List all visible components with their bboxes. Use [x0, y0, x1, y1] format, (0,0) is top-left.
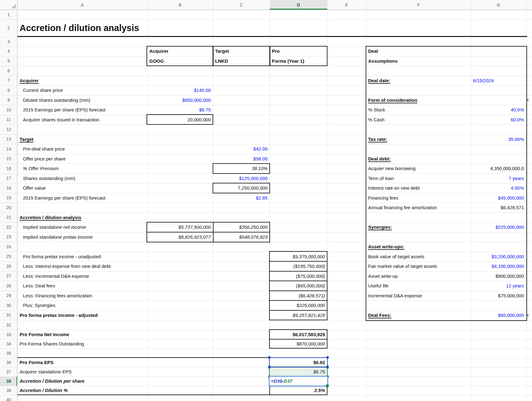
cell-c17[interactable]: $125,000,000 — [213, 173, 270, 183]
cell-b23[interactable]: $8,826,923,077 — [147, 232, 213, 242]
cell-f29[interactable]: Incremental D&A expense — [366, 291, 471, 301]
cell-c14[interactable]: $42.00 — [213, 144, 270, 154]
row-header-7[interactable]: 7 — [0, 76, 17, 86]
row-header-17[interactable]: 17 — [0, 173, 17, 183]
cell-a31[interactable]: Pro forma pretax income - adjusted — [17, 310, 147, 320]
cell-c23[interactable]: $548,076,923 — [213, 232, 270, 242]
row-header-30[interactable]: 30 — [0, 300, 17, 310]
cell-b8[interactable]: $145.00 — [147, 85, 213, 95]
cell-g22[interactable]: $225,000,000 — [471, 222, 526, 232]
column-header-f[interactable]: F — [366, 0, 471, 10]
cell-f28[interactable]: Useful life — [366, 281, 471, 291]
row-header-33[interactable]: 33 — [0, 330, 17, 339]
cell-b9[interactable]: $850,000,000 — [147, 95, 213, 105]
cell-g20[interactable]: $6,428,571 — [471, 203, 526, 213]
cell-g26[interactable]: $4,100,000,000 — [471, 261, 526, 271]
cell-a14[interactable]: Pre-deal share price — [17, 144, 147, 154]
cell-a10[interactable]: 2015 Earnings per share (EPS) forecast — [17, 105, 147, 115]
row-header-37[interactable]: 37 — [0, 367, 17, 376]
cell-d5[interactable]: Forma (Year 1) — [270, 56, 327, 66]
cell-a11[interactable]: Acquirer shares issued in transaction — [17, 115, 147, 125]
cell-d28[interactable]: ($65,000,000) — [270, 281, 327, 291]
cell-g31[interactable]: $65,000,000 — [471, 310, 526, 320]
column-header-h[interactable] — [526, 0, 532, 10]
row-header-36[interactable]: 36 — [0, 358, 17, 367]
cell-f4[interactable]: Deal — [366, 46, 471, 56]
row-header-34[interactable]: 34 — [0, 339, 17, 349]
row-header-24[interactable]: 24 — [0, 242, 17, 252]
row-header-16[interactable]: 16 — [0, 164, 17, 173]
cell-f31[interactable]: Deal Fees: — [366, 310, 471, 320]
cell-a30[interactable]: Plus: Synergies — [17, 300, 147, 310]
cell-f10[interactable]: % Stock — [366, 105, 471, 115]
row-header-26[interactable]: 26 — [0, 261, 17, 271]
column-header-d[interactable]: D — [270, 0, 327, 10]
row-header-19[interactable]: 19 — [0, 193, 17, 203]
cell-c19[interactable]: $2.85 — [213, 193, 270, 203]
cell-a18[interactable]: Offer value — [17, 183, 147, 193]
cell-f16[interactable]: Acquier new borrowing — [366, 164, 471, 173]
row-header-2[interactable]: 2 — [0, 19, 17, 37]
section-acquirer[interactable]: Acquirer — [17, 76, 147, 86]
cell-f18[interactable]: Interest rate on new debt — [366, 183, 471, 193]
cell-c15[interactable]: $58.00 — [213, 154, 270, 164]
cell-a28[interactable]: Less: Deal fees — [17, 281, 147, 291]
cell-b5[interactable]: GOOG — [147, 56, 213, 66]
cell-g16[interactable]: 4,350,000,000.0 — [471, 164, 526, 173]
row-header-28[interactable]: 28 — [0, 281, 17, 291]
cell-c16[interactable]: 38.10% — [213, 164, 270, 173]
cell-g29[interactable]: $75,000,000 — [471, 291, 526, 301]
cell-a33[interactable]: Pro Forma Net Income — [17, 330, 147, 339]
cell-a16[interactable]: % Offer Premium — [17, 164, 147, 173]
row-header-1[interactable]: 1 — [0, 10, 17, 19]
cell-f22[interactable]: Synergies: — [366, 222, 471, 232]
cell-a17[interactable]: Shares outstanding (mm) — [17, 173, 147, 183]
range-drag-handle[interactable] — [326, 385, 329, 387]
column-header-g[interactable]: G — [471, 0, 526, 10]
cell-g13[interactable]: 35.00% — [471, 134, 526, 144]
cell-d33[interactable]: $6,017,583,929 — [270, 330, 327, 339]
cell-a9[interactable]: Diluted shares outstanding (mm) — [17, 95, 147, 105]
column-header-e[interactable]: E — [327, 0, 366, 10]
cell-g25[interactable]: $3,200,000,000 — [471, 252, 526, 262]
cell-d31[interactable]: $9,257,821,429 — [270, 310, 327, 320]
cell-a23[interactable]: Implied standalone pretax income — [17, 232, 147, 242]
cell-g27[interactable]: $900,000,000 — [471, 271, 526, 281]
row-header-14[interactable]: 14 — [0, 144, 17, 154]
cell-c22[interactable]: $356,250,000 — [213, 222, 270, 232]
cell-d29[interactable]: ($6,428,571) — [270, 291, 327, 301]
cell-d39[interactable]: 2.5% — [270, 386, 327, 395]
cell-b22[interactable]: $5,737,500,000 — [147, 222, 213, 232]
cell-a15[interactable]: Offer price per share — [17, 154, 147, 164]
column-header-c[interactable]: C — [213, 0, 270, 10]
cell-a34[interactable]: Pro Forma Shares Outstanding — [17, 339, 147, 349]
cell-f11[interactable]: % Cash — [366, 115, 471, 125]
cell-d26[interactable]: ($195,750,000) — [270, 261, 327, 271]
row-header-12[interactable]: 12 — [0, 124, 17, 134]
cell-a37[interactable]: Acquirer standalone EPS — [17, 367, 147, 376]
cell-a27[interactable]: Less: Incremental D&A expense — [17, 271, 147, 281]
cell-a8[interactable]: Current share price — [17, 85, 147, 95]
cell-d36[interactable]: $6.92 — [270, 358, 327, 367]
cell-d4[interactable]: Pro — [270, 46, 327, 56]
cell-b11[interactable]: 20,000,000 — [147, 115, 213, 125]
cell-a26[interactable]: Less: Interest expense from new deal deb… — [17, 261, 147, 271]
cell-d37[interactable]: $6.75 — [270, 367, 327, 376]
cell-c18[interactable]: 7,250,000,000 — [213, 183, 270, 193]
row-header-32[interactable]: 32 — [0, 320, 17, 330]
cell-d25[interactable]: $9,375,000,000 — [270, 252, 327, 262]
row-header-27[interactable]: 27 — [0, 271, 17, 281]
cell-d27[interactable]: ($75,000,000) — [270, 271, 327, 281]
cell-f17[interactable]: Term of loan — [366, 173, 471, 183]
row-header-11[interactable]: 11 — [0, 115, 17, 125]
cell-f26[interactable]: Fair market value of target assets — [366, 261, 471, 271]
section-target[interactable]: Target — [17, 134, 147, 144]
row-header-23[interactable]: 23 — [0, 232, 17, 242]
cell-b10[interactable]: $6.75 — [147, 105, 213, 115]
select-all-corner[interactable] — [11, 4, 16, 8]
cell-g17[interactable]: 7 years — [471, 173, 526, 183]
cell-a36[interactable]: Pro Forma EPS — [17, 358, 147, 367]
row-header-35[interactable]: 35 — [0, 349, 17, 358]
row-header-21[interactable]: 21 — [0, 213, 17, 223]
cell-a38[interactable]: Accretion / Dilution per share — [17, 376, 147, 386]
